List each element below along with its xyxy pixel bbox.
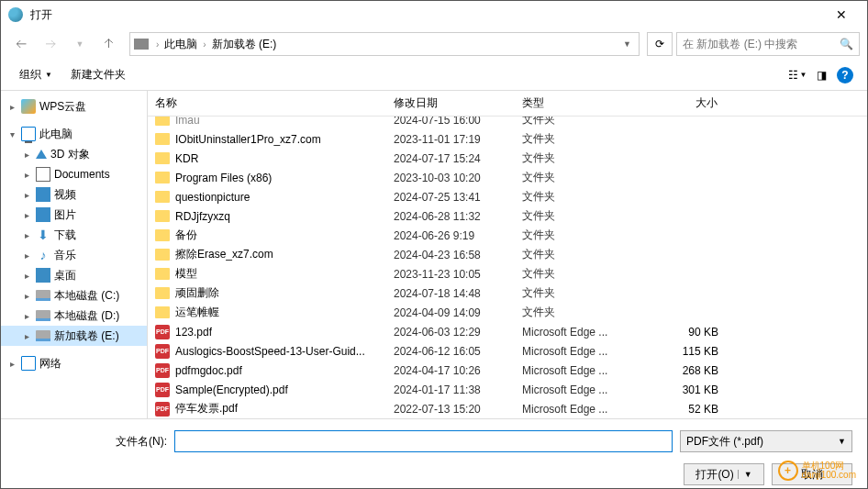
file-type: 文件夹 bbox=[515, 189, 634, 205]
tree-toggle-icon[interactable]: ▸ bbox=[6, 359, 17, 369]
tree-toggle-icon[interactable]: ▸ bbox=[21, 250, 32, 261]
tree-toggle-icon[interactable]: ▸ bbox=[6, 102, 17, 112]
file-row[interactable]: 备份2024-06-26 9:19文件夹 bbox=[148, 226, 867, 245]
file-row[interactable]: 顽固删除2024-07-18 14:48文件夹 bbox=[148, 283, 867, 303]
tree-item-disk[interactable]: ▸新加载卷 (E:) bbox=[1, 326, 147, 346]
file-name: 备份 bbox=[175, 228, 197, 243]
tree-item-disk[interactable]: ▸本地磁盘 (D:) bbox=[1, 306, 147, 326]
column-header-date[interactable]: 修改日期 bbox=[386, 91, 515, 116]
file-row[interactable]: KDR2024-07-17 15:24文件夹 bbox=[148, 149, 867, 168]
refresh-button[interactable]: ⟳ bbox=[647, 32, 673, 56]
tree-item-music[interactable]: ▸♪音乐 bbox=[1, 245, 147, 265]
filetype-filter[interactable]: PDF文件 (*.pdf)▼ bbox=[680, 430, 852, 452]
file-date: 2024-07-25 13:41 bbox=[386, 191, 515, 204]
breadcrumb-item[interactable]: 此电脑 bbox=[161, 37, 201, 52]
up-button[interactable]: 🡡 bbox=[96, 31, 122, 57]
navigation-tree: ▸WPS云盘▾此电脑▸3D 对象▸Documents▸视频▸图片▸⬇下载▸♪音乐… bbox=[1, 91, 148, 418]
file-name: IObitUninstaller1Pro_xz7.com bbox=[175, 133, 321, 146]
tree-toggle-icon[interactable]: ▸ bbox=[21, 230, 32, 240]
breadcrumb-item[interactable]: 新加载卷 (E:) bbox=[208, 37, 281, 52]
file-name: 擦除Erase_xz7.com bbox=[175, 247, 273, 262]
address-bar[interactable]: › 此电脑 › 新加载卷 (E:) ▼ bbox=[129, 32, 640, 56]
open-button[interactable]: 打开(O)▼ bbox=[684, 463, 764, 485]
file-name: 模型 bbox=[175, 266, 197, 282]
folder-icon bbox=[155, 133, 170, 145]
file-date: 2024-07-17 15:24 bbox=[386, 152, 515, 165]
file-date: 2023-11-01 17:19 bbox=[386, 133, 515, 146]
search-box[interactable]: 🔍 bbox=[676, 32, 860, 56]
file-row[interactable]: Program Files (x86)2023-10-03 10:20文件夹 bbox=[148, 168, 867, 187]
file-row[interactable]: 模型2023-11-23 10:05文件夹 bbox=[148, 264, 867, 283]
tree-label: 本地磁盘 (C:) bbox=[54, 288, 119, 304]
file-name: 顽固删除 bbox=[175, 285, 219, 301]
search-input[interactable] bbox=[683, 38, 840, 50]
folder-icon bbox=[155, 117, 170, 126]
file-name: 运笔帷幄 bbox=[175, 305, 219, 320]
file-type: 文件夹 bbox=[515, 131, 634, 147]
tree-item-3d[interactable]: ▸3D 对象 bbox=[1, 144, 147, 164]
folder-icon bbox=[155, 249, 170, 261]
address-dropdown-icon[interactable]: ▼ bbox=[619, 39, 635, 49]
column-header-name[interactable]: 名称 bbox=[148, 91, 386, 116]
cancel-button[interactable]: 取消 bbox=[772, 463, 852, 485]
file-date: 2023-11-23 10:05 bbox=[386, 268, 515, 281]
file-row[interactable]: PDFSample(Encrypted).pdf2024-01-17 11:38… bbox=[148, 380, 867, 399]
search-icon[interactable]: 🔍 bbox=[840, 38, 853, 50]
tree-toggle-icon[interactable]: ▸ bbox=[21, 311, 32, 321]
tree-toggle-icon[interactable]: ▾ bbox=[6, 129, 17, 139]
file-row[interactable]: 擦除Erase_xz7.com2024-04-23 16:58文件夹 bbox=[148, 245, 867, 264]
file-type: 文件夹 bbox=[515, 208, 634, 224]
file-row[interactable]: questionpicture2024-07-25 13:41文件夹 bbox=[148, 187, 867, 206]
tree-item-pc[interactable]: ▾此电脑 bbox=[1, 124, 147, 144]
file-size: 52 KB bbox=[634, 403, 726, 416]
tree-item-desk[interactable]: ▸桌面 bbox=[1, 265, 147, 285]
view-options-button[interactable]: ☷▼ bbox=[786, 64, 808, 86]
new-folder-button[interactable]: 新建文件夹 bbox=[63, 63, 133, 86]
tree-item-wps[interactable]: ▸WPS云盘 bbox=[1, 96, 147, 117]
file-date: 2024-06-28 11:32 bbox=[386, 210, 515, 223]
tree-label: Documents bbox=[54, 168, 110, 181]
folder-icon bbox=[155, 172, 170, 183]
file-date: 2024-06-12 16:05 bbox=[386, 345, 515, 358]
organize-button[interactable]: 组织▼ bbox=[12, 63, 60, 86]
tree-toggle-icon[interactable]: ▸ bbox=[21, 170, 32, 180]
file-row[interactable]: Imau2024-07-15 16:00文件夹 bbox=[148, 117, 867, 129]
file-row[interactable]: 运笔帷幄2024-04-09 14:09文件夹 bbox=[148, 303, 867, 322]
folder-icon bbox=[155, 287, 170, 299]
file-row[interactable]: PDFAuslogics-BoostSpeed-13-User-Guid...2… bbox=[148, 341, 867, 361]
vid-icon bbox=[36, 187, 50, 202]
pdf-icon: PDF bbox=[155, 363, 170, 378]
file-row[interactable]: PDF123.pdf2024-06-03 12:29Microsoft Edge… bbox=[148, 322, 867, 341]
forward-button[interactable]: 🡢 bbox=[38, 31, 63, 57]
back-button[interactable]: 🡠 bbox=[8, 31, 34, 57]
close-button[interactable]: ✕ bbox=[823, 2, 860, 28]
tree-item-vid[interactable]: ▸视频 bbox=[1, 184, 147, 205]
tree-label: WPS云盘 bbox=[39, 99, 86, 115]
tree-toggle-icon[interactable]: ▸ bbox=[21, 331, 32, 341]
tree-toggle-icon[interactable]: ▸ bbox=[21, 271, 32, 281]
pdf-icon: PDF bbox=[155, 383, 170, 397]
preview-pane-button[interactable]: ◨ bbox=[810, 64, 832, 86]
recent-dropdown[interactable]: ▼ bbox=[67, 31, 93, 57]
file-row[interactable]: PDF停车发票.pdf2022-07-13 15:20Microsoft Edg… bbox=[148, 399, 867, 418]
column-header-type[interactable]: 类型 bbox=[515, 91, 634, 116]
tree-item-doc[interactable]: ▸Documents bbox=[1, 164, 147, 184]
net-icon bbox=[21, 356, 36, 371]
file-date: 2024-07-15 16:00 bbox=[386, 117, 515, 127]
tree-toggle-icon[interactable]: ▸ bbox=[21, 190, 32, 200]
tree-item-disk[interactable]: ▸本地磁盘 (C:) bbox=[1, 285, 147, 306]
column-header-size[interactable]: 大小 bbox=[634, 91, 726, 116]
tree-item-pic[interactable]: ▸图片 bbox=[1, 205, 147, 225]
file-name: Program Files (x86) bbox=[175, 172, 272, 184]
file-row[interactable]: IObitUninstaller1Pro_xz7.com2023-11-01 1… bbox=[148, 129, 867, 149]
file-row[interactable]: PDFpdfmgdoc.pdf2024-04-17 10:26Microsoft… bbox=[148, 361, 867, 380]
filename-input[interactable] bbox=[174, 430, 673, 452]
help-button[interactable]: ? bbox=[834, 64, 856, 86]
tree-toggle-icon[interactable]: ▸ bbox=[21, 150, 32, 160]
tree-toggle-icon[interactable]: ▸ bbox=[21, 291, 32, 301]
tree-item-net[interactable]: ▸网络 bbox=[1, 353, 147, 373]
tree-toggle-icon[interactable]: ▸ bbox=[21, 210, 32, 220]
file-row[interactable]: RDJjfzyxzq2024-06-28 11:32文件夹 bbox=[148, 206, 867, 226]
file-list: Imau2024-07-15 16:00文件夹IObitUninstaller1… bbox=[148, 117, 867, 418]
tree-item-dl[interactable]: ▸⬇下载 bbox=[1, 225, 147, 245]
